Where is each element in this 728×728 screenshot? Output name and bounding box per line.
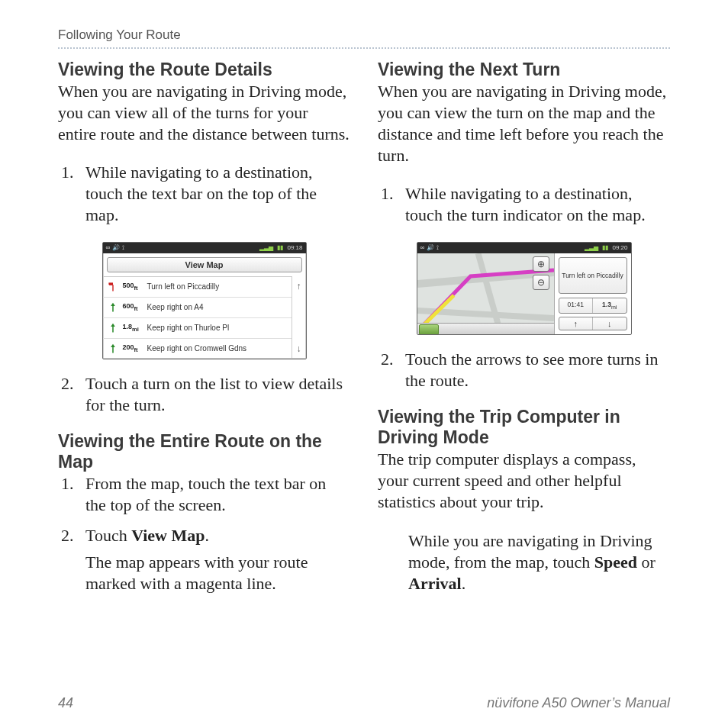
zoom-out-button[interactable]: ⊖ xyxy=(533,275,549,290)
turn-text: Turn left on Piccadilly xyxy=(147,282,220,291)
turn-distance-unit: mi xyxy=(132,326,139,333)
scroll-up-icon[interactable]: ↑ xyxy=(297,281,301,292)
status-time: 09:20 xyxy=(612,244,627,251)
svg-marker-3 xyxy=(111,343,115,346)
step-touch-turn-indicator: While navigating to a destination, touch… xyxy=(398,183,670,226)
page-number: 44 xyxy=(58,695,73,711)
prev-turn-arrow[interactable]: ↑ xyxy=(559,317,594,330)
step-touch-viewmap: Touch View Map. The map appears with you… xyxy=(78,525,350,594)
steps-route-details: While navigating to a destination, touch… xyxy=(58,162,350,226)
next-turn-arrow[interactable]: ↓ xyxy=(593,317,627,330)
back-button[interactable] xyxy=(419,324,439,334)
running-head: Following Your Route xyxy=(58,27,670,49)
keep-right-icon xyxy=(108,343,118,354)
turn-distance: 1.8 xyxy=(123,323,133,330)
carrier-icon: ∞ xyxy=(420,244,425,251)
zoom-controls: ⊕ ⊖ xyxy=(533,256,549,290)
map-bottom-bar xyxy=(417,323,554,334)
view-map-button[interactable]: View Map xyxy=(107,257,302,272)
left-turn-icon xyxy=(108,282,118,292)
step-touch-textbar-top: From the map, touch the text bar on the … xyxy=(78,473,350,516)
heading-next-turn: Viewing the Next Turn xyxy=(378,60,670,81)
turn-time: 01:41 xyxy=(559,298,594,313)
svg-marker-2 xyxy=(111,323,115,326)
status-bar: ∞ 🔊 ⟟ ▂▃▅ ▮▮ 09:18 xyxy=(103,243,306,253)
steps-entire-route: From the map, touch the text bar on the … xyxy=(58,473,350,594)
manual-page: Following Your Route Viewing the Route D… xyxy=(0,0,728,728)
list-item[interactable]: 200ft Keep right on Cromwell Gdns xyxy=(103,339,292,359)
status-time: 09:18 xyxy=(287,244,302,251)
heading-trip-computer: Viewing the Trip Computer in Driving Mod… xyxy=(378,407,670,449)
turn-distance-unit: ft xyxy=(134,305,138,312)
device-screenshot-nextturn: ∞ 🔊 ⟟ ▂▃▅ ▮▮ 09:20 xyxy=(417,242,632,335)
figure-turn-list: ∞ 🔊 ⟟ ▂▃▅ ▮▮ 09:18 View Map xyxy=(58,242,350,359)
turn-distance-unit: ft xyxy=(134,346,138,353)
step-touch-arrows: Touch the arrows to see more turns in th… xyxy=(398,349,670,391)
svg-marker-1 xyxy=(111,302,115,305)
turn-stats[interactable]: 01:41 1.3mi xyxy=(559,298,627,314)
turn-distance: 1.3mi xyxy=(593,298,627,313)
scroll-column: ↑ ↓ xyxy=(292,276,306,359)
steps-next-turn-cont: Touch the arrows to see more turns in th… xyxy=(378,349,670,391)
right-column: Viewing the Next Turn When you are navig… xyxy=(378,60,670,610)
view-map-label: View Map xyxy=(131,526,205,545)
gps-icon: ⟟ xyxy=(436,244,439,252)
paragraph-next-turn-intro: When you are navigating in Driving mode,… xyxy=(378,81,670,167)
turn-text: Keep right on Cromwell Gdns xyxy=(147,344,247,353)
step-tail: . xyxy=(205,526,210,545)
device-screenshot-turnlist: ∞ 🔊 ⟟ ▂▃▅ ▮▮ 09:18 View Map xyxy=(102,242,307,359)
paragraph-route-details-intro: When you are navigating in Driving mode,… xyxy=(58,81,350,145)
step-lead: Touch xyxy=(85,526,131,545)
carrier-icon: ∞ xyxy=(106,244,111,251)
scroll-down-icon[interactable]: ↓ xyxy=(297,343,301,354)
trip-computer-instruction: While you are navigating in Driving mode… xyxy=(408,530,670,594)
turn-side-panel: Turn left on Piccadilly 01:41 1.3mi ↑ ↓ xyxy=(554,253,631,334)
turn-distance: 200 xyxy=(123,343,134,351)
instr-tail: . xyxy=(462,574,466,593)
list-item[interactable]: 600ft Keep right on A4 xyxy=(103,298,292,318)
status-bar: ∞ 🔊 ⟟ ▂▃▅ ▮▮ 09:20 xyxy=(417,243,631,253)
signal-icon: ▂▃▅ xyxy=(585,244,598,251)
next-turn-card[interactable]: Turn left on Piccadilly xyxy=(559,257,627,294)
steps-next-turn: While navigating to a destination, touch… xyxy=(378,183,670,226)
map-area[interactable]: ⊕ ⊖ xyxy=(417,253,554,334)
speed-label: Speed xyxy=(594,552,637,572)
turn-arrows: ↑ ↓ xyxy=(559,317,627,330)
keep-right-icon xyxy=(108,302,118,313)
turn-text: Keep right on Thurloe Pl xyxy=(147,324,230,332)
page-footer: 44 nüvifone A50 Owner’s Manual xyxy=(58,695,670,711)
battery-icon: ▮▮ xyxy=(277,244,283,251)
zoom-in-button[interactable]: ⊕ xyxy=(533,256,549,272)
manual-title: nüvifone A50 Owner’s Manual xyxy=(487,695,670,711)
instr-mid: or xyxy=(637,552,656,572)
left-column: Viewing the Route Details When you are n… xyxy=(58,60,350,610)
signal-icon: ▂▃▅ xyxy=(259,244,273,251)
turn-distance: 500 xyxy=(123,282,134,289)
steps-route-details-cont: Touch a turn on the list to view details… xyxy=(58,373,350,416)
battery-icon: ▮▮ xyxy=(602,244,608,251)
step-touch-turn: Touch a turn on the list to view details… xyxy=(78,373,350,416)
list-item[interactable]: 1.8mi Keep right on Thurloe Pl xyxy=(103,318,292,339)
two-column-layout: Viewing the Route Details When you are n… xyxy=(58,60,670,610)
arrival-label: Arrival xyxy=(408,574,462,593)
turn-list: 500ft Turn left on Piccadilly 600ft Keep… xyxy=(103,276,292,359)
figure-next-turn: ∞ 🔊 ⟟ ▂▃▅ ▮▮ 09:20 xyxy=(378,242,670,335)
turn-distance-unit: ft xyxy=(134,285,138,292)
turn-distance: 600 xyxy=(123,302,134,310)
speaker-icon: 🔊 xyxy=(427,244,434,251)
turn-text: Keep right on A4 xyxy=(147,303,204,311)
keep-right-icon xyxy=(108,323,118,333)
step-result-text: The map appears with your route marked w… xyxy=(85,552,350,594)
gps-icon: ⟟ xyxy=(122,244,124,252)
list-item[interactable]: 500ft Turn left on Piccadilly xyxy=(103,277,292,298)
speaker-icon: 🔊 xyxy=(112,244,120,251)
paragraph-trip-computer: The trip computer displays a compass, yo… xyxy=(378,449,670,513)
heading-entire-route: Viewing the Entire Route on the Map xyxy=(58,431,350,473)
heading-route-details: Viewing the Route Details xyxy=(58,60,350,81)
step-touch-text-bar: While navigating to a destination, touch… xyxy=(78,162,350,226)
